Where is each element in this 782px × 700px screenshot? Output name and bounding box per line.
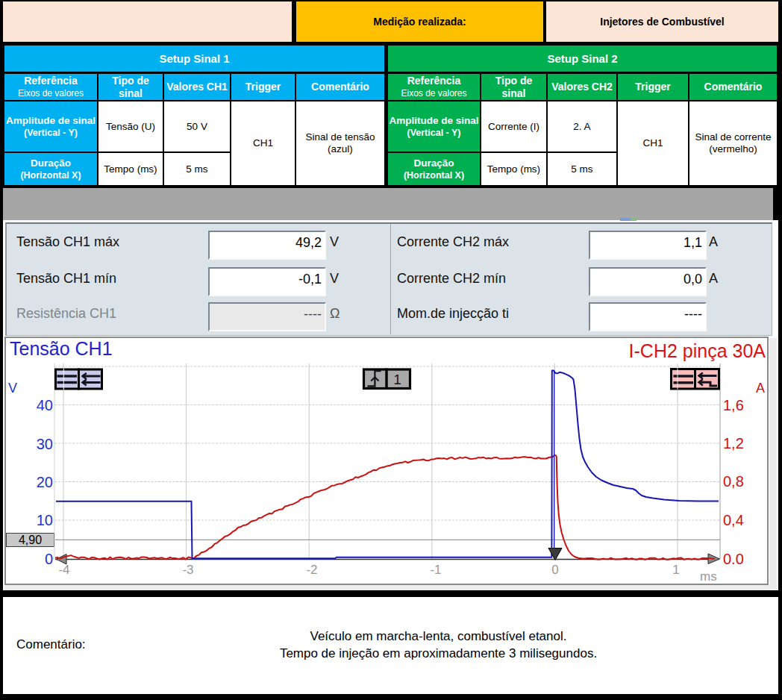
svg-text:1: 1: [393, 372, 401, 388]
